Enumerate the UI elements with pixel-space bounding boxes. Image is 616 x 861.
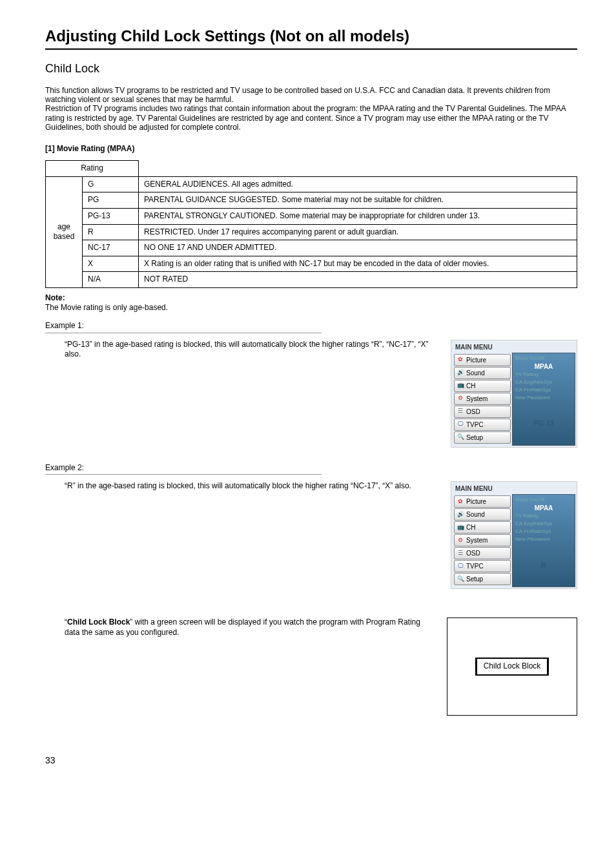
system-icon: ⚙ xyxy=(457,395,464,402)
setup-icon: 🔍 xyxy=(457,576,464,583)
menu-item-picture: ✿Picture xyxy=(454,495,511,508)
menu-item-sound: 🔊Sound xyxy=(454,367,511,379)
menu-caeng: CA EngRateSys xyxy=(515,520,572,528)
rating-desc: GENERAL AUDIENCES. All ages admitted. xyxy=(139,176,577,192)
page-number: 33 xyxy=(45,754,577,766)
menu-item-picture: ✿Picture xyxy=(454,354,511,366)
menu-mpaa: MPAA xyxy=(515,362,572,371)
menu-newpw: New Password xyxy=(515,394,572,402)
menu-cafrn: CA FrnRateSys xyxy=(515,386,572,394)
rating-code: G xyxy=(83,176,139,192)
example1-label: Example 1: xyxy=(45,321,577,331)
menu-left: ✿Picture 🔊Sound 📺CH ⚙System ☰OSD 🖵TVPC 🔍… xyxy=(453,353,512,446)
menu-item-sound: 🔊Sound xyxy=(454,508,511,521)
rating-desc: PARENTAL GUIDANCE SUGGESTED. Some materi… xyxy=(139,192,577,209)
menu-tvrating: TV Rating xyxy=(515,371,572,379)
osd-icon: ☰ xyxy=(457,408,464,415)
page-title: Adjusting Child Lock Settings (Not on al… xyxy=(45,26,577,50)
menu-item-tvpc: 🖵TVPC xyxy=(454,560,511,572)
rating-desc: NO ONE 17 AND UNDER ADMITTED. xyxy=(139,240,577,256)
age-based-label: age based xyxy=(46,176,83,287)
rating-desc: RESTRICTED. Under 17 requires accompanyi… xyxy=(139,224,577,240)
sound-icon: 🔊 xyxy=(457,369,464,377)
menu-right: Block On/Off MPAA TV Rating CA EngRateSy… xyxy=(512,494,575,587)
menu-item-ch: 📺CH xyxy=(454,521,511,534)
menu-item-system: ⚙System xyxy=(454,534,511,546)
menu-caeng: CA EngRateSys xyxy=(515,379,572,386)
menu-tvrating: TV Rating xyxy=(515,512,572,520)
rating-desc: X Rating is an older rating that is unif… xyxy=(139,256,577,272)
rating-desc: NOT RATED xyxy=(139,272,577,288)
menu-box-2: MAIN MENU ✿Picture 🔊Sound 📺CH ⚙System ☰O… xyxy=(451,481,577,589)
note-text: The Movie rating is only age-based. xyxy=(45,303,168,312)
ch-icon: 📺 xyxy=(457,524,464,532)
rating-code: X xyxy=(83,256,139,272)
note: Note: The Movie rating is only age-based… xyxy=(45,293,577,313)
setup-icon: 🔍 xyxy=(457,433,464,441)
section-title: Child Lock xyxy=(45,61,577,76)
rating-code: PG-13 xyxy=(83,208,139,224)
lock-block: Child Lock Block xyxy=(447,617,577,716)
osd-icon: ☰ xyxy=(457,550,464,557)
menu-item-osd: ☰OSD xyxy=(454,406,511,418)
menu-title: MAIN MENU xyxy=(453,483,575,494)
menu-badge: PG-13 xyxy=(515,402,572,444)
rating-code: N/A xyxy=(83,272,139,288)
menu-badge: R xyxy=(515,543,572,585)
ch-icon: 📺 xyxy=(457,382,464,389)
rating-code: R xyxy=(83,224,139,240)
menu-item-tvpc: 🖵TVPC xyxy=(454,419,511,431)
menu-box-1: MAIN MENU ✿Picture 🔊Sound 📺CH ⚙System ☰O… xyxy=(451,340,577,448)
rating-table: Rating age based G GENERAL AUDIENCES. Al… xyxy=(45,160,577,288)
lock-text: “Child Lock Block” with a green screen w… xyxy=(45,617,434,638)
menu-newpw: New Password xyxy=(515,535,572,543)
rating-desc: PARENTAL STRONGLY CAUTIONED. Some materi… xyxy=(139,208,577,224)
rating-header-blank xyxy=(139,161,577,177)
menu-item-setup: 🔍Setup xyxy=(454,573,511,585)
note-label: Note: xyxy=(45,293,65,302)
lock-inner: Child Lock Block xyxy=(475,658,549,676)
menu-mpaa: MPAA xyxy=(515,504,572,512)
menu-cafrn: CA FrnRateSys xyxy=(515,528,572,535)
menu-right: Block On/Off MPAA TV Rating CA EngRateSy… xyxy=(512,353,575,446)
menu-blockonoff: Block On/Off xyxy=(515,496,572,504)
picture-icon: ✿ xyxy=(457,356,464,364)
tvpc-icon: 🖵 xyxy=(457,420,464,428)
example2-label: Example 2: xyxy=(45,463,577,473)
rating-header: Rating xyxy=(46,161,139,177)
movie-rating-title: [1] Movie Rating (MPAA) xyxy=(45,144,577,154)
sound-icon: 🔊 xyxy=(457,511,464,519)
rating-code: NC-17 xyxy=(83,240,139,256)
picture-icon: ✿ xyxy=(457,498,464,506)
menu-item-setup: 🔍Setup xyxy=(454,431,511,444)
menu-item-ch: 📺CH xyxy=(454,380,511,392)
menu-item-osd: ☰OSD xyxy=(454,547,511,559)
tvpc-icon: 🖵 xyxy=(457,563,464,570)
divider xyxy=(45,474,322,475)
menu-left: ✿Picture 🔊Sound 📺CH ⚙System ☰OSD 🖵TVPC 🔍… xyxy=(453,494,512,587)
example2-text: “R” in the age-based rating is blocked, … xyxy=(45,481,438,492)
menu-blockonoff: Block On/Off xyxy=(515,355,572,362)
divider xyxy=(45,333,322,333)
system-icon: ⚙ xyxy=(457,537,464,545)
intro-text: This function allows TV programs to be r… xyxy=(45,86,577,132)
menu-title: MAIN MENU xyxy=(453,342,575,353)
menu-item-system: ⚙System xyxy=(454,393,511,405)
example1-text: “PG-13” in the age-based rating is block… xyxy=(45,340,438,360)
rating-code: PG xyxy=(83,192,139,209)
